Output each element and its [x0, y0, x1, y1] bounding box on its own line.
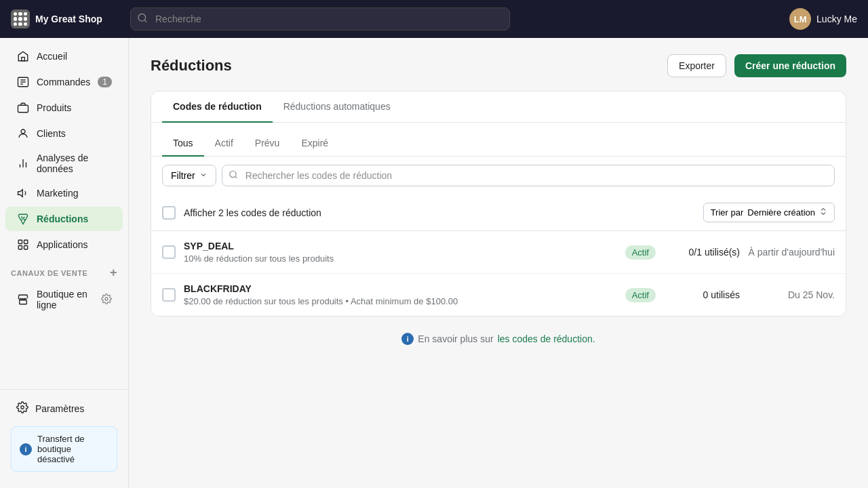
page-title: Réductions	[151, 57, 232, 75]
filter-button[interactable]: Filtrer	[162, 165, 216, 186]
table-row[interactable]: SYP_DEAL 10% de réduction sur tous les p…	[151, 231, 846, 274]
row-1-date: À partir d'aujourd'hui	[740, 247, 835, 258]
svg-rect-14	[18, 240, 22, 243]
codes-search-input[interactable]	[222, 165, 835, 186]
codes-search-container	[222, 165, 835, 186]
sidebar-item-produits-label: Produits	[37, 102, 71, 113]
sidebar-item-analyses[interactable]: Analyses de données	[5, 147, 123, 180]
footer-link[interactable]: les codes de réduction.	[498, 333, 595, 344]
row-2-date: Du 25 Nov.	[740, 289, 835, 300]
analytics-icon	[16, 157, 30, 170]
svg-point-0	[138, 14, 146, 22]
sidebar-item-analyses-label: Analyses de données	[37, 152, 112, 174]
table-row[interactable]: BLACKFRIDAY $20.00 de réduction sur tous…	[151, 274, 846, 316]
parametres-label: Paramètres	[35, 403, 84, 414]
apps-icon	[16, 238, 30, 251]
tab-actif[interactable]: Actif	[204, 131, 244, 157]
reductions-icon	[16, 212, 30, 226]
sidebar-item-reductions[interactable]: Réductions	[5, 207, 123, 231]
search-icon	[137, 13, 148, 26]
settings-icon	[16, 401, 28, 415]
row-2-usage: 0 utilisés	[672, 289, 740, 300]
svg-point-21	[230, 171, 236, 177]
row-1-usage: 0/1 utilisé(s)	[672, 247, 740, 258]
inner-tabs: Tous Actif Prévu Expiré	[151, 123, 846, 157]
svg-rect-17	[24, 246, 28, 249]
logo-icon	[11, 9, 30, 28]
user-name: Lucky Me	[816, 14, 857, 24]
table-header-label: Afficher 2 les codes de réduction	[184, 207, 321, 218]
row-2-checkbox[interactable]	[162, 288, 176, 302]
sidebar-item-applications[interactable]: Applications	[5, 232, 123, 257]
row-1-info: SYP_DEAL 10% de réduction sur tous les p…	[184, 241, 609, 264]
tab-expire[interactable]: Expiré	[290, 131, 339, 157]
footer-text-before: En savoir plus sur	[418, 333, 493, 344]
row-1-checkbox[interactable]	[162, 245, 176, 259]
sidebar-item-boutique[interactable]: Boutique en ligne	[5, 283, 123, 316]
sort-label: Trier par	[711, 207, 744, 218]
sidebar-bottom: Paramètres i Transfert de boutique désac…	[0, 389, 128, 483]
sidebar-item-produits[interactable]: Produits	[5, 96, 123, 120]
sidebar-item-applications-label: Applications	[37, 239, 88, 250]
tab-codes-reduction[interactable]: Codes de réduction	[162, 92, 273, 123]
transfer-banner: i Transfert de boutique désactivé	[11, 426, 117, 472]
row-2-desc: $20.00 de réduction sur tous les produit…	[184, 296, 609, 306]
info-footer: i En savoir plus sur les codes de réduct…	[151, 317, 846, 361]
sidebar-item-accueil[interactable]: Accueil	[5, 44, 123, 68]
sort-arrows-icon	[819, 207, 827, 218]
search-input[interactable]	[130, 7, 510, 30]
chevron-down-icon	[199, 170, 208, 181]
sidebar-item-marketing-label: Marketing	[37, 188, 78, 199]
info-icon: i	[401, 333, 414, 345]
sidebar-item-marketing[interactable]: Marketing	[5, 181, 123, 205]
sidebar-item-boutique-label: Boutique en ligne	[37, 289, 94, 310]
user-menu[interactable]: LM Lucky Me	[789, 8, 857, 30]
sidebar-item-commandes-label: Commandes	[37, 77, 90, 87]
row-2-code: BLACKFRIDAY	[184, 283, 609, 294]
svg-rect-16	[18, 246, 22, 249]
topbar: My Great Shop LM Lucky Me	[0, 0, 868, 38]
tab-tous[interactable]: Tous	[162, 131, 204, 157]
add-channel-button[interactable]: +	[110, 266, 117, 280]
svg-point-12	[21, 216, 22, 218]
toolbar: Filtrer	[151, 157, 846, 195]
boutique-settings-icon[interactable]	[101, 293, 112, 306]
avatar: LM	[789, 8, 811, 30]
sidebar-item-clients-label: Clients	[37, 128, 66, 139]
sidebar-item-accueil-label: Accueil	[37, 51, 67, 62]
svg-point-7	[21, 129, 25, 134]
row-2-info: BLACKFRIDAY $20.00 de réduction sur tous…	[184, 283, 609, 306]
sort-button[interactable]: Trier par Dernière création	[703, 203, 835, 222]
svg-line-1	[144, 20, 146, 22]
transfer-text: Transfert de boutique désactivé	[37, 434, 108, 464]
sidebar: Accueil Commandes 1 Produits Clients	[0, 38, 129, 488]
create-reduction-button[interactable]: Créer une réduction	[734, 54, 846, 77]
logo[interactable]: My Great Shop	[11, 9, 119, 28]
logo-text: My Great Shop	[35, 14, 102, 24]
canaux-section-label: CANAUX DE VENTE +	[0, 258, 128, 283]
sidebar-item-parametres[interactable]: Paramètres	[5, 396, 123, 421]
sort-value: Dernière création	[747, 207, 815, 218]
marketing-icon	[16, 186, 30, 200]
page-header: Réductions Exporter Créer une réduction	[151, 54, 846, 77]
sidebar-item-commandes[interactable]: Commandes 1	[5, 70, 123, 94]
export-button[interactable]: Exporter	[667, 54, 726, 77]
search-container	[130, 7, 510, 30]
tab-prevu[interactable]: Prévu	[244, 131, 291, 157]
sidebar-item-clients[interactable]: Clients	[5, 121, 123, 146]
row-1-status: Actif	[625, 247, 656, 258]
table-header: Afficher 2 les codes de réduction Trier …	[151, 195, 846, 231]
svg-rect-18	[20, 300, 27, 304]
boutique-icon	[16, 293, 30, 306]
tab-reductions-auto[interactable]: Réductions automatiques	[273, 92, 401, 123]
sidebar-item-reductions-label: Réductions	[37, 214, 88, 224]
svg-point-19	[105, 298, 108, 300]
select-all-checkbox[interactable]	[162, 206, 176, 220]
status-badge: Actif	[625, 288, 656, 302]
row-2-status: Actif	[625, 289, 656, 300]
row-1-desc: 10% de réduction sur tous les produits	[184, 253, 609, 264]
clients-icon	[16, 127, 30, 140]
transfer-info-icon: i	[20, 443, 32, 455]
status-badge: Actif	[625, 245, 656, 260]
orders-icon	[16, 75, 30, 89]
